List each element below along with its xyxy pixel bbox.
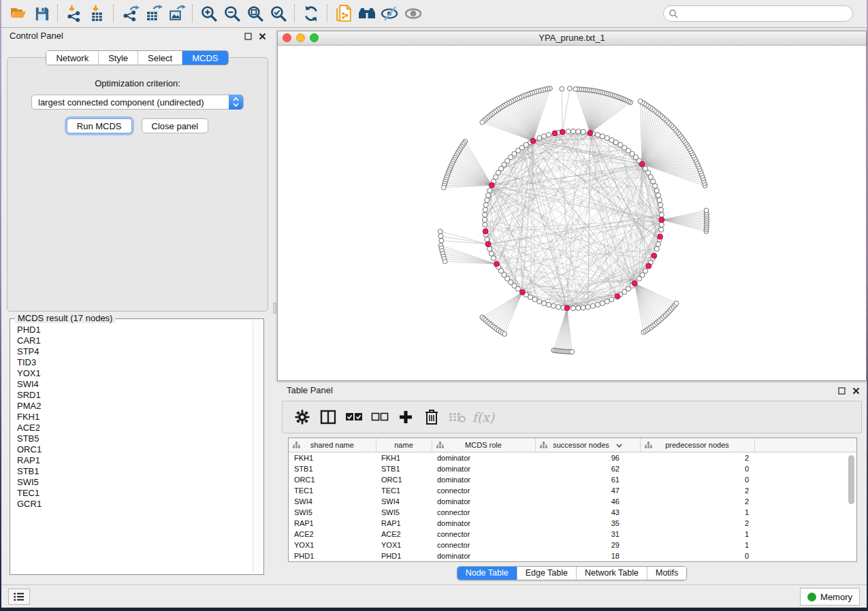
mcds-result-item[interactable]: TID3: [17, 357, 262, 368]
select-all-icon[interactable]: [342, 406, 366, 429]
mcds-result-item[interactable]: SWI5: [17, 477, 262, 488]
task-history-button[interactable]: [8, 589, 30, 605]
show-all-icon[interactable]: [402, 3, 425, 24]
table-scrollbar[interactable]: [847, 453, 855, 560]
splitter-grip-icon[interactable]: [273, 303, 276, 314]
gear-icon[interactable]: [291, 406, 314, 429]
import-table-icon[interactable]: [86, 3, 109, 24]
table-row[interactable]: SWI5SWI5connector431: [289, 507, 856, 518]
column-header-MCDS-role[interactable]: MCDS role: [432, 438, 535, 452]
table-row[interactable]: TEC1TEC1connector472: [289, 485, 856, 496]
cell: FKH1: [289, 452, 376, 463]
cell: SWI4: [376, 496, 432, 507]
mcds-result-list[interactable]: PHD1CAR1STP4TID3YOX1SWI4SRD1PMA2FKH1ACE2…: [12, 320, 262, 573]
zoom-in-icon[interactable]: [197, 3, 221, 24]
search-input[interactable]: [678, 7, 852, 20]
export-network-icon[interactable]: [118, 3, 142, 24]
zoom-selected-icon[interactable]: [267, 3, 290, 24]
table-row[interactable]: STB1STB1dominator620: [289, 463, 856, 474]
tab-node-table[interactable]: Node Table: [457, 567, 517, 580]
column-header-filler[interactable]: [754, 438, 856, 452]
cell: YOX1: [376, 540, 432, 550]
cell: 47: [535, 485, 640, 496]
mcds-result-item[interactable]: RAP1: [17, 455, 262, 466]
mcds-result-item[interactable]: SRD1: [17, 390, 262, 401]
tab-motifs[interactable]: Motifs: [647, 567, 686, 580]
table-row[interactable]: ACE2ACE2connector311: [289, 529, 856, 540]
network-window-titlebar[interactable]: YPA_prune.txt_1: [278, 31, 866, 46]
cell: connector: [432, 507, 535, 518]
close-panel-button[interactable]: Close panel: [142, 118, 209, 133]
float-table-panel-icon[interactable]: [838, 387, 846, 395]
control-panel-tabs: NetworkStyleSelectMCDS: [1, 50, 273, 65]
mcds-result-item[interactable]: STB1: [17, 466, 262, 477]
table-row[interactable]: ORC1ORC1dominator610: [289, 474, 856, 485]
close-table-panel-icon[interactable]: [852, 387, 860, 395]
tab-select[interactable]: Select: [138, 51, 182, 65]
window-close-icon[interactable]: [283, 33, 291, 42]
table-row[interactable]: FKH1FKH1dominator962: [289, 452, 856, 463]
criterion-dropdown[interactable]: largest connected component (undirected): [31, 95, 244, 110]
toolbar-separator: [327, 5, 328, 22]
table-row[interactable]: YOX1YOX1connector291: [289, 540, 856, 550]
tab-mcds[interactable]: MCDS: [182, 51, 227, 65]
memory-button[interactable]: Memory: [800, 588, 860, 606]
cell: ORC1: [289, 474, 376, 485]
close-panel-icon[interactable]: [259, 33, 266, 40]
column-header-predecessor-nodes[interactable]: predecessor nodes: [640, 438, 754, 452]
deselect-all-icon[interactable]: [368, 406, 391, 429]
table-scrollbar-thumb[interactable]: [848, 455, 854, 504]
column-header-successor-nodes[interactable]: successor nodes: [535, 438, 640, 452]
mcds-result-item[interactable]: SWI4: [17, 379, 262, 390]
network-graph[interactable]: [278, 46, 866, 380]
tab-style[interactable]: Style: [98, 51, 138, 65]
zoom-out-icon[interactable]: [221, 3, 244, 24]
cell: STB1: [289, 463, 376, 474]
zoom-fit-icon[interactable]: [244, 3, 267, 24]
open-folder-icon[interactable]: [7, 3, 30, 24]
cell: PHD1: [376, 550, 432, 561]
share-document-icon[interactable]: [332, 3, 355, 24]
split-columns-icon[interactable]: [317, 406, 340, 429]
mcds-list-scrollbar[interactable]: [253, 320, 262, 573]
mcds-result-item[interactable]: GCR1: [17, 499, 262, 510]
search-field[interactable]: [663, 5, 853, 22]
export-image-icon[interactable]: [165, 3, 188, 24]
mcds-result-item[interactable]: ORC1: [17, 444, 262, 455]
mcds-result-item[interactable]: STB5: [17, 433, 262, 444]
mcds-result-item[interactable]: TEC1: [17, 488, 262, 499]
mcds-result-item[interactable]: CAR1: [17, 335, 262, 346]
mcds-result-item[interactable]: ACE2: [17, 423, 262, 433]
table-toolbar: f(x): [282, 401, 862, 433]
mcds-hub-node: [560, 129, 565, 135]
import-network-icon[interactable]: [63, 3, 86, 24]
mcds-hub-node: [632, 281, 637, 286]
column-header-name[interactable]: name: [376, 438, 432, 452]
mcds-result-item[interactable]: YOX1: [17, 368, 262, 379]
table-row[interactable]: RAP1RAP1dominator352: [289, 518, 856, 529]
tab-network[interactable]: Network: [46, 51, 98, 65]
float-panel-icon[interactable]: [244, 33, 252, 40]
export-table-icon[interactable]: [142, 3, 165, 24]
tab-network-table[interactable]: Network Table: [576, 567, 647, 580]
window-minimize-icon[interactable]: [296, 33, 305, 42]
window-maximize-icon[interactable]: [310, 33, 319, 42]
column-header-shared-name[interactable]: shared name: [289, 438, 376, 452]
mcds-result-item[interactable]: STP4: [17, 346, 262, 357]
table-row[interactable]: SWI4SWI4dominator462: [289, 496, 856, 507]
table-row[interactable]: PHD1PHD1dominator180: [289, 550, 856, 561]
mcds-result-item[interactable]: PMA2: [17, 401, 262, 412]
mcds-result-item[interactable]: FKH1: [17, 412, 262, 423]
add-column-icon[interactable]: [394, 406, 417, 429]
mcds-result-item[interactable]: PHD1: [17, 325, 262, 335]
delete-table-icon[interactable]: [446, 406, 469, 429]
tab-edge-table[interactable]: Edge Table: [517, 567, 576, 580]
run-mcds-button[interactable]: Run MCDS: [67, 118, 132, 133]
binoculars-icon[interactable]: [355, 3, 379, 24]
refresh-layout-icon[interactable]: [300, 3, 323, 24]
hide-selected-icon[interactable]: [379, 3, 402, 24]
network-view[interactable]: [278, 46, 866, 380]
delete-column-icon[interactable]: [420, 406, 443, 429]
save-icon[interactable]: [30, 3, 53, 24]
function-builder-icon[interactable]: f(x): [472, 406, 495, 429]
